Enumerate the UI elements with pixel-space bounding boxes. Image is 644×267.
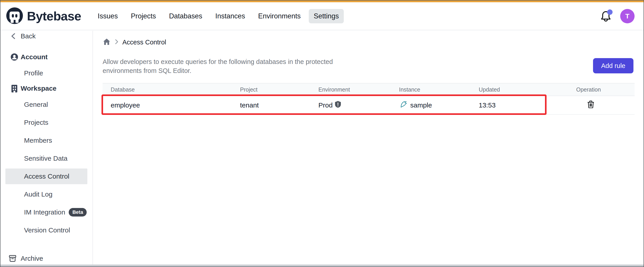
sidebar-item-projects[interactable]: Projects — [1, 114, 92, 131]
sidebar-item-version-control[interactable]: Version Control — [1, 222, 92, 238]
cell-project: tenant — [240, 101, 318, 109]
column-header-environment: Environment — [318, 86, 399, 93]
bottom-strip — [0, 265, 644, 267]
beta-badge: Beta — [69, 208, 87, 217]
nav-item-projects[interactable]: Projects — [126, 9, 161, 23]
sidebar-item-im-integration[interactable]: IM IntegrationBeta — [1, 204, 92, 220]
brand-logo[interactable]: Bytebase — [6, 7, 81, 25]
nav-item-settings[interactable]: Settings — [309, 9, 344, 23]
notification-bell-button[interactable] — [600, 10, 611, 22]
breadcrumb-current: Access Control — [122, 39, 166, 46]
archive-icon — [8, 254, 16, 263]
sidebar-item-audit-log[interactable]: Audit Log — [1, 186, 92, 202]
sidebar-item-access-control[interactable]: Access Control — [1, 168, 92, 184]
sidebar-item-sensitive-data[interactable]: Sensitive Data — [1, 150, 92, 167]
sidebar-section-workspace: Workspace — [1, 80, 92, 96]
app-window: Bytebase Issues Projects Databases Insta… — [0, 0, 644, 267]
breadcrumb-separator-icon — [114, 39, 119, 46]
sidebar-item-archive[interactable]: Archive — [1, 251, 92, 265]
brand-name: Bytebase — [27, 9, 81, 23]
column-header-updated: Updated — [479, 86, 576, 93]
cell-environment: Prod — [318, 101, 399, 109]
cell-instance: sample — [399, 100, 479, 110]
workspace-building-icon — [10, 84, 18, 93]
protected-shield-icon — [335, 101, 341, 109]
nav-item-issues[interactable]: Issues — [93, 9, 123, 23]
breadcrumb: Access Control — [102, 37, 166, 47]
top-accent-bar — [0, 0, 644, 2]
table-header-row: Database Project Environment Instance Up… — [102, 83, 634, 96]
top-navbar: Bytebase Issues Projects Databases Insta… — [0, 2, 644, 30]
column-header-database: Database — [102, 86, 240, 93]
settings-sidebar: Back Account Profile — [1, 31, 93, 265]
sidebar-item-members[interactable]: Members — [1, 132, 92, 149]
home-icon[interactable] — [102, 38, 111, 47]
sidebar-item-general[interactable]: General — [1, 96, 92, 113]
nav-item-databases[interactable]: Databases — [164, 9, 207, 23]
main-content: Access Control Allow developers to execu… — [93, 31, 644, 265]
add-rule-button[interactable]: Add rule — [593, 58, 634, 73]
main-nav: Issues Projects Databases Instances Envi… — [93, 9, 344, 23]
notification-dot — [607, 9, 612, 15]
table-row: employee tenant Prod — [102, 96, 634, 115]
bytebase-logo-icon — [6, 7, 23, 25]
bell-icon — [600, 19, 611, 23]
cell-operation — [576, 100, 634, 110]
access-rules-table: Database Project Environment Instance Up… — [102, 83, 634, 115]
sidebar-section-account: Account — [1, 49, 92, 65]
account-icon — [10, 53, 18, 61]
column-header-project: Project — [240, 86, 318, 93]
page-description: Allow developers to execute queries for … — [102, 57, 341, 75]
delete-trash-icon[interactable] — [588, 100, 594, 110]
cell-updated: 13:53 — [479, 101, 576, 109]
chevron-left-icon — [10, 33, 18, 39]
avatar[interactable]: T — [620, 9, 634, 23]
nav-item-environments[interactable]: Environments — [253, 9, 306, 23]
sidebar-back-button[interactable]: Back — [1, 31, 92, 44]
nav-right-group: T — [600, 9, 638, 23]
sidebar-item-profile[interactable]: Profile — [1, 65, 92, 81]
mysql-engine-icon — [399, 100, 408, 110]
column-header-operation: Operation — [576, 86, 634, 93]
nav-item-instances[interactable]: Instances — [210, 9, 250, 23]
cell-database: employee — [102, 101, 240, 109]
column-header-instance: Instance — [399, 86, 479, 93]
